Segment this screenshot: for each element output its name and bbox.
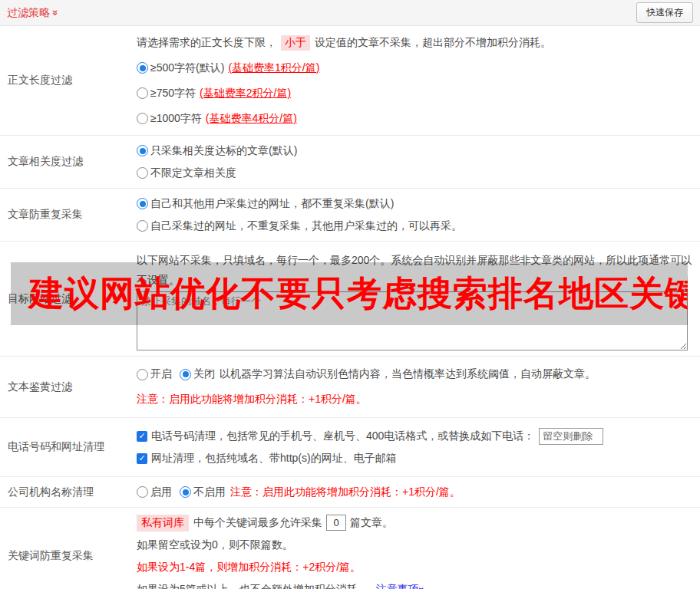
keyword-limit-text-end: 篇文章。 [350, 516, 393, 530]
radio-option-dedup-self[interactable]: 自己采集过的网址，不重复采集，其他用户采集过的，可以再采。 [137, 215, 694, 237]
target-site-desc: 以下网站不采集，只填域名，每行一个，最多200个。系统会自动识别并屏蔽那些非文章… [137, 250, 694, 290]
radio-option-relevance-any[interactable]: 不限定文章相关度 [137, 162, 694, 184]
header-bar: 过滤策略 快速保存 [0, 0, 700, 26]
porn-filter-options: 开启 关闭 以机器学习算法自动识别色情内容，当色情概率达到系统阈值，自动屏蔽文章… [137, 362, 694, 387]
radio-button[interactable] [137, 167, 148, 179]
radio-button-off[interactable] [180, 369, 191, 380]
radio-label: 自己采集过的网址，不重复采集，其他用户采集过的，可以再采。 [150, 219, 462, 233]
replacement-phone-input[interactable] [539, 428, 603, 445]
row-label: 文本鉴黄过滤 [0, 357, 132, 417]
row-target-site-filter: 目标网站过滤 以下网站不采集，只填域名，每行一个，最多200个。系统会自动识别并… [0, 242, 700, 357]
radio-label: ≥1000字符 [150, 112, 202, 126]
page-title-text: 过滤策略 [7, 6, 50, 20]
radio-option-dedup-all[interactable]: 自己和其他用户采集过的网址，都不重复采集(默认) [137, 192, 694, 215]
radio-button-on[interactable] [137, 369, 148, 380]
radio-label: 启用 [150, 485, 172, 499]
radio-label: 自己和其他用户采集过的网址，都不重复采集(默认) [150, 197, 394, 211]
row-content: 请选择需求的正文长度下限， 小于 设定值的文章不采集，超出部分不增加积分消耗。 … [132, 26, 700, 135]
row-relevance-filter: 文章相关度过滤 只采集相关度达标的文章(默认) 不限定文章相关度 [0, 136, 700, 189]
keyword-note-fee: 如果设为1-4篇，则增加积分消耗：+2积分/篇。 [137, 556, 694, 578]
row-label: 文章防重复采集 [0, 189, 132, 241]
blocked-domains-textarea[interactable] [137, 291, 688, 350]
keyword-note-five-text: 如果设为5篇或以上，也不会额外增加积分消耗。 [137, 583, 368, 589]
keyword-note-five: 如果设为5篇或以上，也不会额外增加积分消耗。 注意事项 [137, 578, 694, 589]
url-cleanup-checkbox[interactable] [137, 453, 147, 464]
fee-note: (基础费率4积分/篇) [206, 112, 297, 126]
radio-option-500[interactable]: ≥500字符(默认) (基础费率1积分/篇) [137, 55, 694, 81]
notice-link-text: 注意事项 [376, 583, 419, 589]
row-article-dedup: 文章防重复采集 自己和其他用户采集过的网址，都不重复采集(默认) 自己采集过的网… [0, 189, 700, 242]
row-label: 关键词防重复采集 [0, 508, 132, 589]
radio-label: 开启 [150, 367, 172, 381]
company-cleanup-options: 启用 不启用 注意：启用此功能将增加积分消耗：+1积分/篇。 [137, 481, 694, 503]
row-content: 只采集相关度达标的文章(默认) 不限定文章相关度 [132, 136, 700, 188]
quick-save-button[interactable]: 快速保存 [636, 2, 693, 23]
intro-text: 请选择需求的正文长度下限， [137, 36, 276, 50]
fee-note: (基础费率2积分/篇) [200, 87, 291, 100]
row-label: 公司机构名称清理 [0, 477, 132, 507]
radio-button[interactable] [137, 198, 148, 209]
row-porn-filter: 文本鉴黄过滤 开启 关闭 以机器学习算法自动识别色情内容，当色情概率达到系统阈值… [0, 357, 700, 418]
fee-note: (基础费率1积分/篇) [228, 61, 319, 75]
private-lexicon-badge: 私有词库 [137, 515, 189, 531]
radio-button[interactable] [137, 220, 148, 232]
checkbox-label: 电话号码清理，包括常见的手机号、座机号、400电话格式，或替换成如下电话： [151, 429, 534, 443]
radio-button-disable[interactable] [180, 486, 191, 498]
radio-label: 关闭 [193, 367, 215, 381]
radio-button[interactable] [137, 113, 148, 124]
row-phone-url-cleanup: 电话号码和网址清理 电话号码清理，包括常见的手机号、座机号、400电话格式，或替… [0, 418, 700, 477]
radio-label: 只采集相关度达标的文章(默认) [150, 144, 297, 158]
porn-filter-note: 注意：启用此功能将增加积分消耗：+1积分/篇。 [137, 387, 694, 413]
company-cleanup-note: 注意：启用此功能将增加积分消耗：+1积分/篇。 [230, 485, 461, 499]
row-body-length-filter: 正文长度过滤 请选择需求的正文长度下限， 小于 设定值的文章不采集，超出部分不增… [0, 26, 700, 136]
row-company-cleanup: 公司机构名称清理 启用 不启用 注意：启用此功能将增加积分消耗：+1积分/篇。 [0, 477, 700, 508]
row-label: 目标网站过滤 [0, 242, 132, 356]
phone-cleanup-checkbox[interactable] [137, 431, 147, 442]
row-label: 正文长度过滤 [0, 26, 132, 135]
row-content: 启用 不启用 注意：启用此功能将增加积分消耗：+1积分/篇。 [132, 477, 700, 507]
radio-label: 不限定文章相关度 [150, 166, 236, 180]
radio-label: 不启用 [193, 485, 226, 499]
radio-button[interactable] [137, 145, 148, 156]
row-content: 私有词库 中每个关键词最多允许采集 篇文章。 如果留空或设为0，则不限篇数。 如… [132, 508, 700, 589]
row-content: 开启 关闭 以机器学习算法自动识别色情内容，当色情概率达到系统阈值，自动屏蔽文章… [132, 357, 700, 417]
highlight-lessthan: 小于 [281, 35, 310, 51]
row-keyword-dedup: 关键词防重复采集 私有词库 中每个关键词最多允许采集 篇文章。 如果留空或设为0… [0, 508, 700, 589]
intro-text: 设定值的文章不采集，超出部分不增加积分消耗。 [315, 36, 551, 50]
radio-button[interactable] [137, 62, 148, 74]
radio-option-1000[interactable]: ≥1000字符 (基础费率4积分/篇) [137, 106, 694, 131]
row-content: 电话号码清理，包括常见的手机号、座机号、400电话格式，或替换成如下电话： 网址… [132, 418, 700, 476]
keyword-note-zero: 如果留空或设为0，则不限篇数。 [137, 534, 694, 556]
row-label: 电话号码和网址清理 [0, 418, 132, 476]
keyword-limit-text: 中每个关键词最多允许采集 [193, 516, 322, 530]
phone-cleanup-option: 电话号码清理，包括常见的手机号、座机号、400电话格式，或替换成如下电话： [137, 425, 694, 447]
row-label: 文章相关度过滤 [0, 136, 132, 188]
keyword-limit-line: 私有词库 中每个关键词最多允许采集 篇文章。 [137, 512, 694, 534]
filter-strategy-page: 过滤策略 快速保存 正文长度过滤 请选择需求的正文长度下限， 小于 设定值的文章… [0, 0, 700, 589]
page-title[interactable]: 过滤策略 [7, 6, 58, 20]
row-content: 自己和其他用户采集过的网址，都不重复采集(默认) 自己采集过的网址，不重复采集，… [132, 189, 700, 241]
radio-option-relevance-only[interactable]: 只采集相关度达标的文章(默认) [137, 140, 694, 162]
radio-label: ≥500字符(默认) [150, 61, 224, 75]
row-content: 以下网站不采集，只填域名，每行一个，最多200个。系统会自动识别并屏蔽那些非文章… [132, 242, 700, 356]
porn-filter-desc: 以机器学习算法自动识别色情内容，当色情概率达到系统阈值，自动屏蔽文章。 [220, 367, 596, 381]
keyword-limit-input[interactable] [326, 515, 346, 531]
url-cleanup-option: 网址清理，包括纯域名、带http(s)的网址、电子邮箱 [137, 447, 694, 469]
notice-link[interactable]: 注意事项 [376, 583, 424, 589]
radio-label: ≥750字符 [150, 87, 196, 100]
checkbox-label: 网址清理，包括纯域名、带http(s)的网址、电子邮箱 [151, 452, 397, 466]
radio-option-750[interactable]: ≥750字符 (基础费率2积分/篇) [137, 81, 694, 106]
radio-button-enable[interactable] [137, 486, 148, 498]
radio-button[interactable] [137, 87, 148, 99]
double-chevron-down-icon [51, 10, 61, 15]
body-length-intro: 请选择需求的正文长度下限， 小于 设定值的文章不采集，超出部分不增加积分消耗。 [137, 30, 694, 55]
